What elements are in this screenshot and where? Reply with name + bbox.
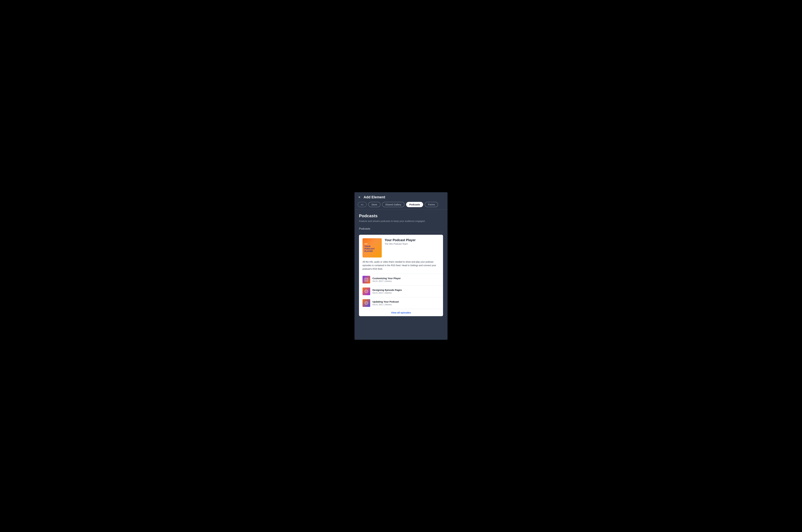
podcast-description: All the info, audio or video that's need… bbox=[359, 260, 443, 274]
episode-title-3: Updating Your Podcast bbox=[372, 300, 440, 303]
episode-meta-1: Oct 8, 2017 | 24mins bbox=[372, 280, 440, 282]
tabs-bar: es Store Shared Gallery Podcasts Forms bbox=[354, 202, 448, 209]
podcast-thumbnail: WIX YOURPODCASTPLAYER bbox=[362, 238, 382, 258]
thumb-icon-1 bbox=[365, 278, 368, 281]
episode-info-2: Designing Episode Pages Oct 8, 2017 | 34… bbox=[372, 289, 440, 294]
card-top: WIX YOURPODCASTPLAYER Your Podcast Playe… bbox=[359, 235, 443, 260]
tab-store[interactable]: Store bbox=[368, 202, 380, 207]
tab-apps[interactable]: es bbox=[358, 202, 367, 207]
subsection-label: Podcasts bbox=[354, 224, 448, 232]
episode-info-3: Updating Your Podcast Oct 8, 2017 | 34mi… bbox=[372, 300, 440, 306]
episode-meta-3: Oct 8, 2017 | 34mins bbox=[372, 303, 440, 306]
add-element-panel: × Add Element es Store Shared Gallery Po… bbox=[354, 192, 448, 340]
view-all-episodes-link[interactable]: View all episodes bbox=[359, 309, 443, 316]
thumb-icon-3 bbox=[365, 301, 368, 305]
episode-item[interactable]: Customizing Your Player Oct 8, 2017 | 24… bbox=[359, 274, 443, 286]
episode-item[interactable]: Designing Episode Pages Oct 8, 2017 | 34… bbox=[359, 286, 443, 297]
episode-title-1: Customizing Your Player bbox=[372, 277, 440, 280]
episode-list: Customizing Your Player Oct 8, 2017 | 24… bbox=[359, 274, 443, 316]
podcast-author: The Wix Podcast Team bbox=[385, 243, 440, 245]
panel-title: Add Element bbox=[363, 195, 385, 199]
tab-shared-gallery[interactable]: Shared Gallery bbox=[382, 202, 405, 207]
episode-item[interactable]: Updating Your Podcast Oct 8, 2017 | 34mi… bbox=[359, 297, 443, 309]
tab-podcasts[interactable]: Podcasts bbox=[406, 202, 423, 207]
section-header: Podcasts Feature and stream podcasts to … bbox=[354, 210, 448, 224]
podcast-card[interactable]: WIX YOURPODCASTPLAYER Your Podcast Playe… bbox=[359, 235, 443, 316]
thumb-wix-label: WIX bbox=[365, 243, 368, 245]
section-title: Podcasts bbox=[359, 213, 443, 218]
close-button[interactable]: × bbox=[358, 195, 361, 199]
episode-info-1: Customizing Your Player Oct 8, 2017 | 24… bbox=[372, 277, 440, 282]
section-description: Feature and stream podcasts to keep your… bbox=[359, 219, 443, 223]
card-info: Your Podcast Player The Wix Podcast Team bbox=[385, 238, 440, 245]
thumb-podcast-text: YOURPODCASTPLAYER bbox=[365, 245, 375, 252]
panel-header: × Add Element bbox=[354, 192, 448, 202]
episode-thumb-3 bbox=[362, 299, 370, 307]
podcast-title: Your Podcast Player bbox=[385, 238, 440, 242]
episode-meta-2: Oct 8, 2017 | 34mins bbox=[372, 292, 440, 294]
episode-title-2: Designing Episode Pages bbox=[372, 289, 440, 291]
thumb-icon-2 bbox=[365, 289, 368, 293]
tab-forms[interactable]: Forms bbox=[425, 202, 438, 207]
episode-thumb-2 bbox=[362, 287, 370, 295]
episode-thumb-1 bbox=[362, 276, 370, 284]
